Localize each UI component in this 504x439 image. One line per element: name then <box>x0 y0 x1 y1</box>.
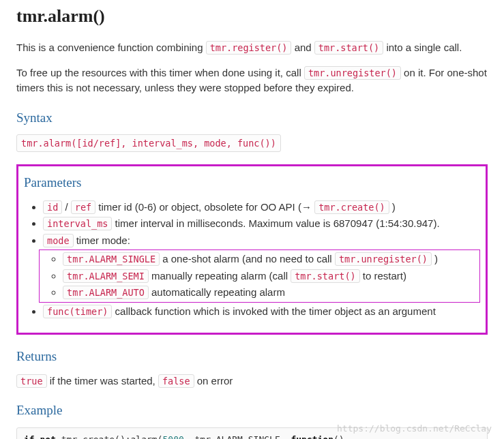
syntax-heading: Syntax <box>16 108 488 128</box>
page-title: tmr.alarm() <box>16 3 488 29</box>
code-alarm-single: tmr.ALARM_SINGLE <box>63 252 160 266</box>
returns-heading: Returns <box>16 347 488 367</box>
mode-highlight-box: tmr.ALARM_SINGLE a one-shot alarm (and n… <box>39 249 480 303</box>
text: on error <box>194 375 233 387</box>
syntax-code: tmr.alarm([id/ref], interval_ms, mode, f… <box>16 134 281 152</box>
keyword-function: function <box>291 434 333 439</box>
text: ) <box>432 253 438 264</box>
param-mode: mode timer mode: tmr.ALARM_SINGLE a one-… <box>43 233 480 303</box>
text: callback function which is invoked with … <box>112 305 435 317</box>
intro-paragraph: This is a convenience function combining… <box>16 40 488 56</box>
mode-single: tmr.ALARM_SINGLE a one-shot alarm (and n… <box>63 252 475 267</box>
code-tmr-unregister: tmr.unregister() <box>335 252 432 266</box>
free-paragraph: To free up the resources with this timer… <box>16 65 488 96</box>
param-interval: interval_ms timer interval in millisecon… <box>43 216 480 232</box>
parameters-highlight-box: Parameters id / ref timer id (0-6) or ob… <box>16 164 488 335</box>
text: timer id (0-6) or object, obsolete for O… <box>95 201 314 213</box>
text: a one-shot alarm (and no need to call <box>160 253 335 264</box>
text: timer interval in milliseconds. Maximum … <box>112 217 439 229</box>
number-5000: 5000 <box>163 434 184 439</box>
text: into a single call. <box>386 42 462 53</box>
text: () <box>333 434 344 439</box>
code-tmr-unregister: tmr.unregister() <box>304 66 401 80</box>
text: manually repeating alarm (call <box>149 270 291 282</box>
parameters-list: id / ref timer id (0-6) or object, obsol… <box>24 200 480 320</box>
text: timer mode: <box>74 234 130 246</box>
code-alarm-auto: tmr.ALARM_AUTO <box>63 286 149 299</box>
code-mode: mode <box>43 234 74 247</box>
code-tmr-create: tmr.create() <box>314 200 389 214</box>
code-func-timer: func(timer) <box>43 305 112 318</box>
code-false: false <box>158 374 194 388</box>
returns-text: true if the timer was started, false on … <box>16 374 488 389</box>
text: if the timer was started, <box>47 375 158 387</box>
code-true: true <box>16 374 47 388</box>
text: / <box>62 201 71 213</box>
code-tmr-start: tmr.start() <box>314 41 383 55</box>
example-code-block: if not tmr.create():alarm(5000, tmr.ALAR… <box>16 427 488 439</box>
param-id: id / ref timer id (0-6) or object, obsol… <box>43 200 480 215</box>
text: tmr.create():alarm( <box>56 434 163 439</box>
text: ) <box>389 201 396 213</box>
code-id: id <box>43 200 62 214</box>
text: to restart) <box>360 270 406 282</box>
parameters-heading: Parameters <box>24 173 480 193</box>
code-alarm-semi: tmr.ALARM_SEMI <box>63 269 149 283</box>
mode-auto: tmr.ALARM_AUTO automatically repeating a… <box>63 285 475 301</box>
text: This is a convenience function combining <box>16 42 206 53</box>
param-func: func(timer) callback function which is i… <box>43 304 480 320</box>
text: and <box>295 42 314 53</box>
code-ref: ref <box>71 200 95 214</box>
code-tmr-register: tmr.register() <box>206 41 292 55</box>
code-interval-ms: interval_ms <box>43 217 112 230</box>
mode-list: tmr.ALARM_SINGLE a one-shot alarm (and n… <box>44 252 475 301</box>
text: To free up the resources with this timer… <box>16 67 304 78</box>
keyword-if-not: if not <box>24 434 56 439</box>
mode-semi: tmr.ALARM_SEMI manually repeating alarm … <box>63 269 475 284</box>
code-tmr-start: tmr.start() <box>291 269 359 283</box>
text: automatically repeating alarm <box>149 286 285 298</box>
example-heading: Example <box>16 401 488 421</box>
text: , tmr.ALARM_SINGLE, <box>184 434 291 439</box>
